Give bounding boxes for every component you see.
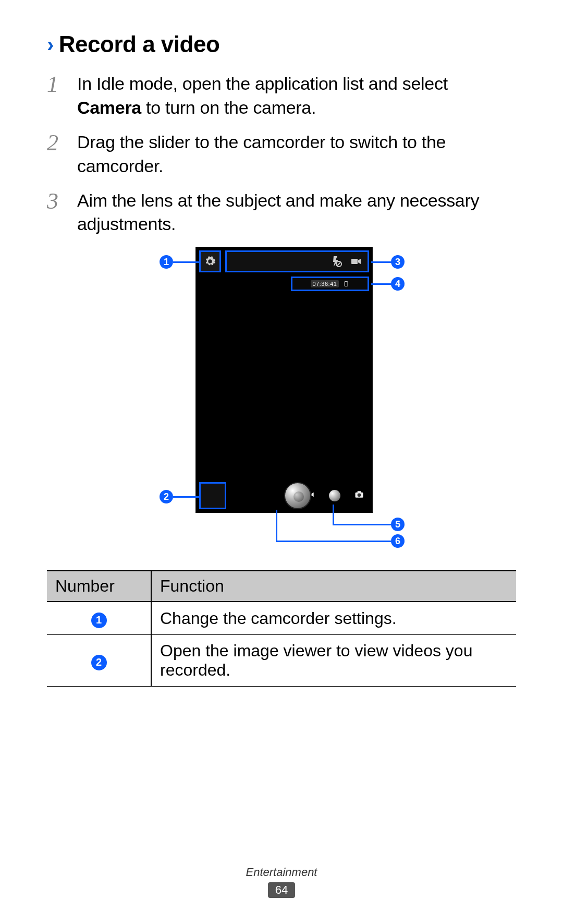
record-button-inner-icon bbox=[293, 491, 304, 502]
callout-2-connector bbox=[173, 496, 199, 498]
callout-2: 2 bbox=[160, 490, 173, 503]
callout-5: 5 bbox=[391, 518, 405, 531]
section-heading: › Record a video bbox=[47, 31, 516, 57]
callout-3-connector bbox=[371, 261, 392, 263]
callout-6-connector-v bbox=[276, 510, 277, 542]
callout-4-connector bbox=[371, 283, 392, 285]
gear-icon bbox=[204, 256, 216, 267]
step-item: 3 Aim the lens at the subject and make a… bbox=[47, 189, 516, 237]
shortcut-strip[interactable] bbox=[225, 250, 369, 272]
camera-mode-icon bbox=[354, 489, 364, 502]
phone-screenshot: 07:36:41 bbox=[195, 247, 373, 513]
callout-1: 1 bbox=[160, 255, 173, 269]
callout-4: 4 bbox=[391, 277, 405, 291]
step-text: Aim the lens at the subject and make any… bbox=[77, 189, 516, 237]
row-function-text: Change the camcorder settings. bbox=[151, 602, 516, 634]
svg-point-6 bbox=[358, 494, 361, 497]
callout-1-connector bbox=[173, 261, 199, 263]
video-quality-icon bbox=[350, 255, 362, 268]
step-text: In Idle mode, open the application list … bbox=[77, 72, 516, 120]
row-badge: 2 bbox=[91, 655, 107, 670]
table-header-function: Function bbox=[151, 571, 516, 602]
table-row: 1 Change the camcorder settings. bbox=[47, 602, 516, 634]
callout-3: 3 bbox=[391, 255, 405, 269]
recording-time-box: 07:36:41 bbox=[291, 277, 369, 291]
step-number: 2 bbox=[47, 130, 65, 154]
gallery-thumbnail[interactable] bbox=[199, 482, 226, 509]
step-item: 2 Drag the slider to the camcorder to sw… bbox=[47, 130, 516, 178]
page-footer: Entertainment 64 bbox=[0, 866, 563, 898]
svg-rect-7 bbox=[358, 491, 361, 493]
callout-6: 6 bbox=[391, 534, 405, 548]
camcorder-diagram: 07:36:41 bbox=[115, 247, 448, 555]
table-header-number: Number bbox=[47, 571, 151, 602]
step-item: 1 In Idle mode, open the application lis… bbox=[47, 72, 516, 120]
callout-5-connector-v bbox=[333, 505, 334, 525]
step-number: 1 bbox=[47, 72, 65, 96]
slider-knob-icon bbox=[329, 490, 340, 501]
settings-button[interactable] bbox=[199, 250, 221, 272]
recording-time-label: 07:36:41 bbox=[311, 280, 339, 287]
svg-rect-2 bbox=[351, 259, 358, 264]
function-table: Number Function 1 Change the camcorder s… bbox=[47, 570, 516, 687]
row-function-text: Open the image viewer to view videos you… bbox=[151, 634, 516, 686]
chevron-right-icon: › bbox=[47, 33, 54, 56]
callout-5-connector-h bbox=[333, 524, 391, 525]
steps-list: 1 In Idle mode, open the application lis… bbox=[47, 72, 516, 236]
footer-category: Entertainment bbox=[0, 866, 563, 879]
flash-off-icon bbox=[330, 255, 342, 268]
record-button[interactable] bbox=[284, 482, 311, 509]
row-badge: 1 bbox=[91, 613, 107, 628]
svg-line-1 bbox=[337, 262, 340, 266]
section-title-text: Record a video bbox=[59, 31, 219, 57]
storage-icon bbox=[343, 280, 349, 287]
step-number: 3 bbox=[47, 189, 65, 213]
svg-rect-3 bbox=[345, 282, 348, 286]
footer-page-number: 64 bbox=[268, 882, 295, 898]
step-text: Drag the slider to the camcorder to swit… bbox=[77, 130, 516, 178]
table-row: 2 Open the image viewer to view videos y… bbox=[47, 634, 516, 686]
callout-6-connector-h bbox=[276, 541, 391, 542]
